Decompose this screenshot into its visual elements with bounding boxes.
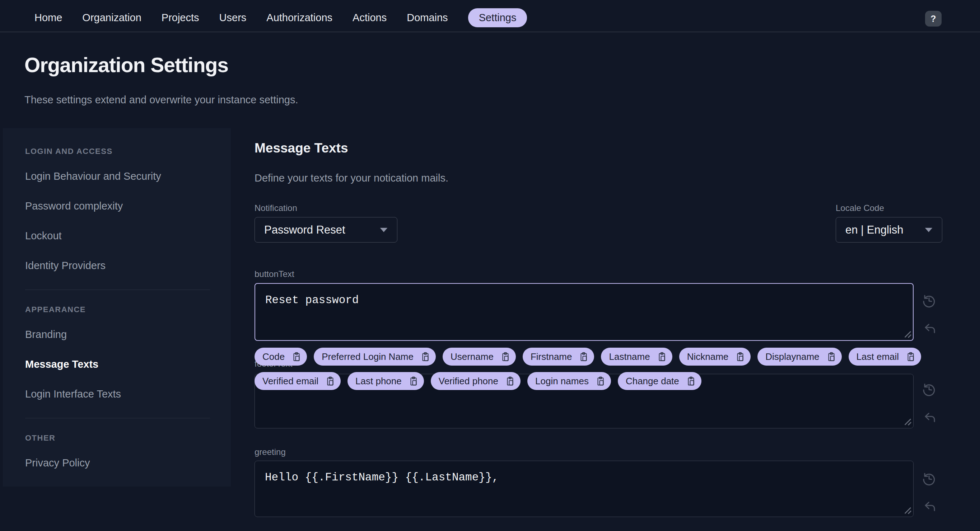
- nav-item-organization[interactable]: Organization: [82, 12, 141, 24]
- button-text-field: Reset password: [255, 283, 913, 341]
- chip-row-2: Verified email Last phone Verified phone…: [255, 372, 922, 390]
- chip-label: Login names: [535, 376, 589, 387]
- greeting-textarea[interactable]: Hello {{.FirstName}} {{.LastName}},: [255, 461, 913, 517]
- chip-preferred-login-name[interactable]: Preferred Login Name: [314, 348, 436, 366]
- chip-label: Firstname: [531, 351, 572, 362]
- chip-label: Verified phone: [439, 376, 498, 387]
- sidebar-item-privacy-policy[interactable]: Privacy Policy: [25, 457, 209, 469]
- nav-item-users[interactable]: Users: [220, 12, 247, 24]
- clipboard-icon: [578, 351, 589, 362]
- sidebar-item-message-texts[interactable]: Message Texts: [25, 358, 209, 370]
- clipboard-icon: [505, 376, 515, 387]
- resize-handle[interactable]: [904, 506, 912, 514]
- history-icon[interactable]: [921, 381, 937, 397]
- sidebar-item-identity-providers[interactable]: Identity Providers: [25, 260, 209, 272]
- sidebar-item-lockout[interactable]: Lockout: [25, 230, 209, 242]
- chip-last-email[interactable]: Last email: [849, 348, 921, 366]
- chip-nickname[interactable]: Nickname: [679, 348, 751, 366]
- chip-label: Preferred Login Name: [321, 351, 414, 362]
- locale-code-select-value: en | English: [845, 223, 915, 236]
- resize-handle[interactable]: [904, 418, 912, 425]
- clipboard-icon: [735, 351, 746, 362]
- chip-label: Code: [262, 351, 285, 362]
- section-heading: Message Texts: [255, 141, 348, 156]
- sidebar-section-other: OTHER: [25, 433, 209, 443]
- chip-login-names[interactable]: Login names: [527, 372, 611, 390]
- chip-last-phone[interactable]: Last phone: [347, 372, 424, 390]
- chip-displayname[interactable]: Displayname: [757, 348, 842, 366]
- settings-sidebar: LOGIN AND ACCESS Login Behaviour and Sec…: [3, 128, 231, 487]
- chip-label: Lastname: [609, 351, 650, 362]
- chip-label: Last email: [856, 351, 899, 362]
- greeting-label: greeting: [255, 447, 286, 457]
- clipboard-icon: [408, 376, 419, 387]
- undo-icon[interactable]: [922, 499, 938, 515]
- notification-label: Notification: [255, 203, 297, 213]
- sidebar-item-password-complexity[interactable]: Password complexity: [25, 200, 209, 212]
- chevron-down-icon: [925, 228, 932, 232]
- sidebar-item-login-behaviour[interactable]: Login Behaviour and Security: [25, 170, 209, 182]
- placeholder-chips: Code Preferred Login Name Username First…: [255, 348, 922, 390]
- greeting-field: Hello {{.FirstName}} {{.LastName}},: [255, 461, 913, 517]
- clipboard-icon: [500, 351, 511, 362]
- nav-item-projects[interactable]: Projects: [162, 12, 199, 24]
- history-icon[interactable]: [921, 470, 937, 486]
- locale-code-label: Locale Code: [836, 203, 884, 213]
- clipboard-icon: [420, 351, 431, 362]
- chip-lastname[interactable]: Lastname: [601, 348, 672, 366]
- sidebar-divider: [25, 418, 210, 418]
- clipboard-icon: [657, 351, 667, 362]
- chip-code[interactable]: Code: [255, 348, 307, 366]
- chip-label: Verified email: [262, 376, 318, 387]
- chip-label: Last phone: [355, 376, 402, 387]
- chip-verified-email[interactable]: Verified email: [255, 372, 340, 390]
- sidebar-section-appearance: APPEARANCE: [25, 305, 209, 314]
- resize-handle[interactable]: [904, 330, 912, 338]
- sidebar-divider: [25, 290, 210, 290]
- undo-icon[interactable]: [922, 321, 938, 336]
- chip-row-1: Code Preferred Login Name Username First…: [255, 348, 922, 366]
- chevron-down-icon: [380, 228, 388, 232]
- clipboard-icon: [686, 376, 697, 387]
- chip-username[interactable]: Username: [442, 348, 516, 366]
- notification-select-value: Password Reset: [264, 223, 370, 236]
- locale-code-select[interactable]: en | English: [836, 217, 942, 243]
- chip-label: Username: [450, 351, 493, 362]
- chip-change-date[interactable]: Change date: [618, 372, 702, 390]
- button-text-textarea[interactable]: Reset password: [255, 283, 913, 341]
- sidebar-item-login-interface-texts[interactable]: Login Interface Texts: [25, 388, 209, 400]
- notification-select[interactable]: Password Reset: [255, 217, 398, 243]
- chip-label: Displayname: [765, 351, 819, 362]
- history-icon[interactable]: [921, 292, 937, 308]
- sidebar-item-branding[interactable]: Branding: [25, 329, 209, 341]
- clipboard-icon: [905, 351, 916, 362]
- button-text-label: buttonText: [255, 269, 294, 279]
- page-title: Organization Settings: [24, 53, 228, 77]
- chip-firstname[interactable]: Firstname: [523, 348, 595, 366]
- clipboard-icon: [325, 376, 336, 387]
- sidebar-section-login-access: LOGIN AND ACCESS: [25, 147, 209, 156]
- undo-icon[interactable]: [922, 410, 938, 425]
- clipboard-icon: [595, 376, 606, 387]
- chip-label: Change date: [626, 376, 679, 387]
- section-description: Define your texts for your notication ma…: [255, 172, 449, 184]
- clipboard-icon: [291, 351, 302, 362]
- clipboard-icon: [826, 351, 837, 362]
- message-texts-panel: Message Texts Define your texts for your…: [255, 0, 942, 531]
- nav-item-home[interactable]: Home: [35, 12, 62, 24]
- chip-verified-phone[interactable]: Verified phone: [431, 372, 520, 390]
- chip-label: Nickname: [687, 351, 729, 362]
